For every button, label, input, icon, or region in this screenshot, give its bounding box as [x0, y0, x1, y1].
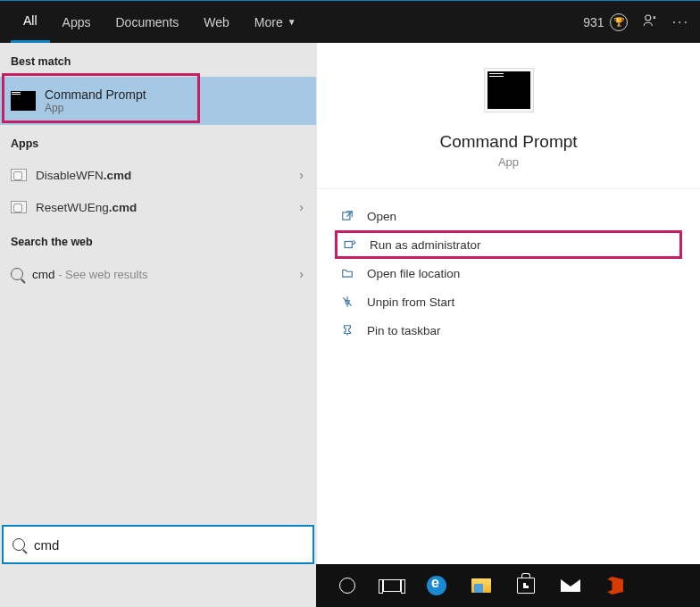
chevron-right-icon: ›: [299, 200, 304, 214]
details-title: Command Prompt: [439, 132, 577, 152]
tab-all[interactable]: All: [11, 1, 50, 43]
action-open[interactable]: Open: [335, 202, 682, 230]
tabs-right: 931 🏆 ···: [583, 12, 689, 32]
details-header: Command Prompt App: [317, 43, 700, 189]
open-icon: [340, 209, 354, 223]
script-icon: [11, 169, 27, 181]
tab-documents[interactable]: Documents: [103, 1, 191, 43]
more-options-icon[interactable]: ···: [672, 14, 689, 30]
admin-icon: [343, 237, 357, 252]
chevron-down-icon: ▼: [288, 17, 296, 27]
store-icon: [517, 578, 535, 594]
svg-rect-2: [345, 242, 352, 248]
svg-point-0: [645, 15, 650, 21]
action-label: Open: [367, 210, 396, 223]
details-icon-wrap: [484, 68, 534, 112]
pin-icon: [340, 323, 354, 337]
app-result-1[interactable]: ResetWUEng.cmd ›: [0, 191, 316, 223]
action-label: Pin to taskbar: [367, 324, 441, 337]
action-label: Open file location: [367, 267, 460, 280]
mail-button[interactable]: [550, 564, 591, 607]
web-result[interactable]: cmd - See web results ›: [0, 257, 316, 291]
best-match-text: Command Prompt App: [45, 87, 146, 114]
chevron-right-icon: ›: [299, 168, 304, 182]
script-icon: [11, 201, 27, 213]
search-box[interactable]: [2, 525, 314, 564]
search-input[interactable]: [34, 537, 304, 553]
web-result-label: cmd - See web results: [32, 266, 148, 282]
svg-rect-1: [343, 212, 350, 220]
store-button[interactable]: [505, 564, 546, 607]
command-prompt-icon: [488, 71, 530, 109]
section-web: Search the web: [0, 223, 316, 257]
folder-icon: [471, 578, 491, 593]
medal-icon: 🏆: [610, 13, 628, 31]
taskbar: [316, 564, 700, 607]
task-view-button[interactable]: [371, 564, 412, 607]
task-view-icon: [383, 579, 401, 592]
office-icon: [607, 577, 623, 595]
unpin-icon: [340, 295, 354, 309]
section-best-match: Best match: [0, 43, 316, 77]
cortana-icon: [339, 578, 355, 594]
action-open-location[interactable]: Open file location: [335, 259, 682, 287]
actions-list: Open Run as administrator Open file loca…: [317, 189, 700, 357]
action-unpin-start[interactable]: Unpin from Start: [335, 287, 682, 316]
office-button[interactable]: [595, 564, 636, 607]
best-match-subtitle: App: [45, 102, 146, 114]
app-result-0[interactable]: DisableWFN.cmd ›: [0, 159, 316, 191]
feedback-icon[interactable]: [642, 12, 658, 32]
app-result-label: ResetWUEng.cmd: [36, 201, 137, 214]
rewards-points[interactable]: 931 🏆: [583, 13, 627, 31]
search-icon: [11, 268, 23, 280]
action-run-as-admin[interactable]: Run as administrator: [335, 230, 682, 259]
tab-web[interactable]: Web: [191, 1, 242, 43]
edge-icon: [427, 576, 446, 595]
file-explorer-button[interactable]: [461, 564, 502, 607]
section-apps: Apps: [0, 125, 316, 159]
search-icon: [12, 538, 25, 551]
folder-icon: [340, 266, 354, 280]
tab-apps[interactable]: Apps: [50, 1, 104, 43]
tab-more-label: More: [254, 15, 283, 29]
best-match-item[interactable]: Command Prompt App: [0, 77, 316, 125]
action-label: Unpin from Start: [367, 295, 454, 309]
mail-icon: [561, 579, 580, 592]
action-pin-taskbar[interactable]: Pin to taskbar: [335, 316, 682, 345]
tab-more[interactable]: More ▼: [242, 1, 309, 43]
results-panel: Best match Command Prompt App Apps Disab…: [0, 43, 316, 564]
search-filter-tabs: All Apps Documents Web More ▼ 931 🏆 ···: [0, 0, 700, 43]
points-value: 931: [583, 15, 604, 29]
main-content: Best match Command Prompt App Apps Disab…: [0, 43, 700, 564]
edge-button[interactable]: [416, 564, 457, 607]
tabs-left: All Apps Documents Web More ▼: [11, 1, 309, 43]
chevron-right-icon: ›: [299, 267, 304, 281]
cortana-button[interactable]: [327, 564, 368, 607]
details-panel: Command Prompt App Open Run as administr…: [316, 43, 700, 564]
command-prompt-icon: [11, 91, 36, 111]
best-match-title: Command Prompt: [45, 87, 146, 102]
app-result-label: DisableWFN.cmd: [36, 169, 131, 182]
details-subtitle: App: [498, 155, 519, 169]
action-label: Run as administrator: [370, 238, 481, 252]
